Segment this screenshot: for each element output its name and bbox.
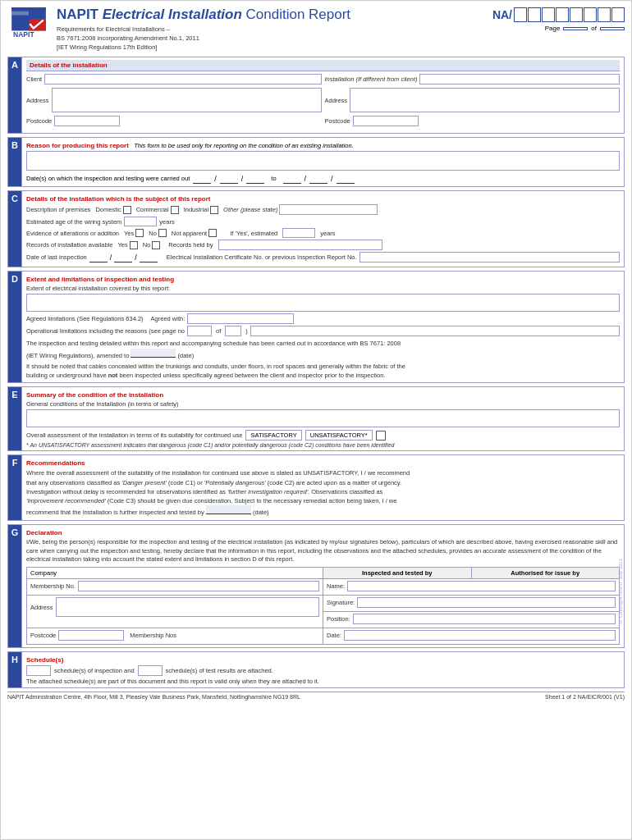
page-no-input[interactable] bbox=[187, 326, 212, 336]
commercial-checkbox[interactable] bbox=[171, 206, 179, 214]
ref-cell-3[interactable] bbox=[542, 7, 555, 22]
address-input-g[interactable] bbox=[56, 597, 319, 617]
amendment-date-input[interactable] bbox=[131, 349, 176, 358]
section-h-content: Schedule(s) schedule(s) of inspection an… bbox=[21, 652, 624, 687]
evidence-no-item: No bbox=[149, 229, 167, 237]
ref-cell-2[interactable] bbox=[528, 7, 541, 22]
installation-input[interactable] bbox=[419, 74, 620, 84]
title-rest: Condition Report bbox=[246, 7, 351, 22]
section-b-textarea[interactable] bbox=[26, 151, 620, 171]
age-input[interactable] bbox=[124, 217, 157, 226]
na-ref-cells bbox=[514, 7, 625, 22]
agreed-with-input[interactable] bbox=[187, 313, 294, 324]
postcode-cell-g: Postcode Membership Nos bbox=[27, 628, 323, 645]
postcode-input-g[interactable] bbox=[58, 630, 124, 641]
position-input[interactable] bbox=[353, 614, 616, 624]
section-g-content: Declaration I/We, being the person(s) re… bbox=[21, 525, 624, 648]
evidence-yes-checkbox[interactable] bbox=[135, 229, 144, 237]
not-apparent-checkbox[interactable] bbox=[208, 229, 217, 237]
agreed-row: Agreed limitations (See Regulations 634.… bbox=[26, 313, 620, 324]
ref-cell-1[interactable] bbox=[514, 7, 527, 22]
section-g-wrapper: G Declaration I/We, being the person(s) … bbox=[8, 525, 624, 648]
date-dd[interactable] bbox=[193, 173, 211, 184]
date-row: Date(s) on which the inspection and test… bbox=[26, 173, 620, 184]
records-no-checkbox[interactable] bbox=[152, 241, 160, 249]
date-yy[interactable] bbox=[246, 173, 264, 184]
schedule-note: The attached schedule(s) are part of thi… bbox=[26, 678, 620, 685]
date-to-yy[interactable] bbox=[337, 173, 355, 184]
installation-row: Installation (If different from client) bbox=[325, 74, 621, 84]
date-to-mm[interactable] bbox=[309, 173, 327, 184]
client-row: Client bbox=[26, 74, 322, 84]
cert-input[interactable] bbox=[360, 252, 620, 262]
satisfactory-box[interactable]: SATISFACTORY bbox=[245, 430, 301, 441]
section-f: F Recommendations Where the overall asse… bbox=[7, 454, 625, 520]
last-mm[interactable] bbox=[114, 252, 132, 262]
ref-cell-5[interactable] bbox=[570, 7, 583, 22]
last-yy[interactable] bbox=[140, 252, 158, 262]
installation-postcode-input[interactable] bbox=[353, 116, 419, 126]
signature-input[interactable] bbox=[357, 597, 616, 608]
operational-row: Operational limitations including the re… bbox=[26, 326, 620, 336]
extent-textarea[interactable] bbox=[26, 294, 620, 312]
last-dd[interactable] bbox=[89, 252, 108, 262]
records-held-input[interactable] bbox=[218, 240, 382, 250]
postcode-input[interactable] bbox=[54, 116, 120, 126]
date-mm[interactable] bbox=[220, 173, 238, 184]
if-yes-input[interactable] bbox=[282, 228, 315, 238]
domestic-item: Domestic bbox=[95, 206, 131, 214]
unsatisfactory-box[interactable]: UNSATISFACTORY* bbox=[305, 430, 373, 441]
ref-cell-6[interactable] bbox=[584, 7, 597, 22]
client-input[interactable] bbox=[44, 74, 321, 84]
address-row: Address bbox=[26, 88, 322, 112]
name-input[interactable] bbox=[347, 581, 616, 591]
section-a-title: Details of the installation bbox=[30, 62, 108, 69]
evidence-no-checkbox[interactable] bbox=[158, 229, 167, 237]
installation-label: Installation (If different from client) bbox=[325, 75, 418, 83]
address-input[interactable] bbox=[52, 88, 322, 112]
other-item: Other (please state) bbox=[223, 204, 378, 215]
schedule-count-2[interactable] bbox=[138, 665, 163, 676]
section-e-title: Summary of the condition of the installa… bbox=[26, 391, 163, 399]
ref-cell-4[interactable] bbox=[556, 7, 569, 22]
membership-input[interactable] bbox=[78, 581, 319, 591]
membership-row: Membership No. Name: bbox=[27, 579, 620, 596]
position-form-row: Position: bbox=[327, 614, 616, 624]
section-h-wrapper: H Schedule(s) schedule(s) of inspection … bbox=[8, 652, 624, 687]
section-d: D Extent and limitations of inspection a… bbox=[7, 271, 625, 383]
company-label: Company bbox=[30, 569, 57, 577]
page-number-box[interactable] bbox=[563, 27, 588, 30]
to-label: to bbox=[271, 175, 276, 182]
section-e-wrapper: E Summary of the condition of the instal… bbox=[8, 387, 624, 450]
domestic-checkbox[interactable] bbox=[123, 206, 131, 214]
section-g: G Declaration I/We, being the person(s) … bbox=[7, 524, 625, 649]
assessment-checkbox[interactable] bbox=[376, 431, 386, 441]
signature-form-row: Signature: bbox=[327, 597, 616, 608]
installation-address-input[interactable] bbox=[350, 88, 620, 112]
postcode-label-g: Postcode bbox=[30, 632, 56, 639]
schedule-count-1[interactable] bbox=[26, 665, 51, 676]
industrial-checkbox[interactable] bbox=[210, 206, 218, 214]
date-to-dd[interactable] bbox=[283, 173, 301, 184]
total-pages-box[interactable] bbox=[600, 27, 625, 30]
other-input[interactable] bbox=[279, 204, 378, 215]
inspect-date-input[interactable] bbox=[206, 505, 251, 514]
membership-form-row: Membership No. bbox=[30, 581, 319, 591]
records-yes-checkbox[interactable] bbox=[130, 241, 138, 249]
section-c-title: Details of the installation which is the… bbox=[26, 195, 210, 203]
f-text1: Where the overall assessment of the suit… bbox=[26, 469, 410, 477]
page-info: Page of bbox=[545, 25, 625, 32]
ref-cell-7[interactable] bbox=[598, 7, 611, 22]
section-a-letter: A bbox=[8, 57, 21, 133]
not-apparent-item: Not apparent bbox=[172, 229, 217, 237]
premises-label: Description of premises bbox=[26, 206, 90, 213]
operational-input[interactable] bbox=[250, 326, 620, 336]
general-textarea[interactable] bbox=[26, 409, 620, 427]
unsatisfactory-label: UNSATISFACTORY* bbox=[310, 431, 368, 439]
total-pages-input[interactable] bbox=[225, 326, 241, 336]
section-a-title-bar: Details of the installation bbox=[26, 60, 620, 71]
assessment-label: Overall assessment of the installation i… bbox=[26, 431, 242, 439]
date-input-g[interactable] bbox=[344, 630, 616, 641]
position-cell: Position: bbox=[323, 612, 620, 628]
ref-cell-8[interactable] bbox=[611, 7, 625, 22]
